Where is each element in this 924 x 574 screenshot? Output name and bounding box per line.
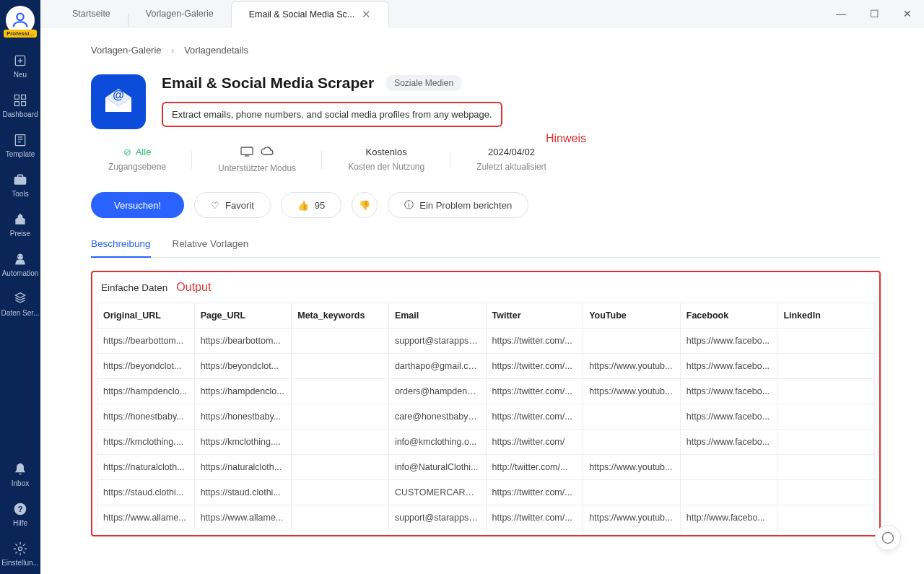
dislike-button[interactable]: 👎 [352, 192, 378, 218]
table-row[interactable]: https://beyondclot...https://beyondclot.… [97, 354, 875, 379]
table-cell [583, 430, 681, 455]
table-cell [292, 379, 389, 404]
table-cell: https://beyondclot... [194, 354, 292, 379]
window-minimize[interactable]: — [824, 0, 858, 27]
table-cell: https://staud.clothi... [194, 480, 292, 505]
table-cell: https://www.youtub... [583, 455, 681, 480]
sidebar-item-label: Inbox [12, 479, 29, 487]
table-row[interactable]: https://kmclothing....https://kmclothing… [97, 430, 875, 455]
sidebar-item-pricing[interactable]: Preise [0, 205, 40, 245]
table-cell [777, 505, 875, 531]
table-cell: https://twitter.com/... [486, 404, 583, 430]
category-chip[interactable]: Soziale Medien [385, 75, 462, 91]
table-cell: https://www.youtub... [583, 354, 681, 379]
table-row[interactable]: https://bearbottom...https://bearbottom.… [97, 329, 875, 354]
sidebar-item-dashboard[interactable]: Dashboard [0, 86, 40, 126]
table-cell [777, 455, 875, 480]
svg-rect-2 [15, 95, 19, 100]
app-logo[interactable]: Professi... [6, 6, 35, 35]
table-row[interactable]: https://honestbaby...https://honestbaby.… [97, 404, 875, 430]
table-cell: https://twitter.com/... [486, 480, 583, 505]
breadcrumb-gallery[interactable]: Vorlagen-Galerie [91, 45, 162, 56]
table-cell: https://beyondclot... [97, 354, 195, 379]
thumbsdown-icon: 👎 [359, 200, 370, 211]
table-header: Page_URL [194, 303, 292, 329]
svg-rect-5 [22, 102, 26, 106]
sidebar-item-automation[interactable]: Automation [0, 245, 40, 284]
tab-related[interactable]: Relative Vorlagen [173, 238, 249, 257]
table-cell: https://www.youtub... [583, 505, 681, 531]
table-cell: https://bearbottom... [194, 329, 292, 354]
table-cell [777, 404, 875, 430]
table-cell: https://kmclothing.... [97, 430, 195, 455]
table-cell: https://hampdenclo... [194, 379, 292, 404]
table-cell: https://twitter.com/... [486, 329, 583, 354]
svg-point-7 [17, 254, 23, 260]
table-header: Original_URL [97, 303, 195, 329]
table-cell: support@starapps.s... [388, 329, 486, 354]
table-cell: support@starapps.s... [388, 505, 486, 531]
svg-rect-14 [241, 147, 253, 155]
sidebar-item-tools[interactable]: Tools [0, 165, 40, 205]
table-cell [292, 354, 389, 379]
table-cell: care@honestbabycl... [388, 404, 486, 430]
tab-description[interactable]: Beschreibung [91, 238, 151, 258]
table-cell: https://naturalcloth... [194, 455, 292, 480]
table-cell: https://twitter.com/... [486, 505, 583, 531]
data-table: Original_URLPage_URLMeta_keywordsEmailTw… [97, 303, 875, 531]
sidebar-item-template[interactable]: Template [0, 126, 40, 165]
table-row[interactable]: https://staud.clothi...https://staud.clo… [97, 480, 875, 505]
table-row[interactable]: https://www.allame...https://www.allame.… [97, 505, 875, 531]
table-cell: https://www.allame... [97, 505, 195, 531]
svg-rect-6 [15, 135, 25, 146]
table-cell: orders@hampdencl... [388, 379, 486, 404]
table-row[interactable]: https://naturalcloth...https://naturalcl… [97, 455, 875, 480]
table-cell: https://naturalcloth... [97, 455, 195, 480]
template-icon: @ [91, 74, 146, 129]
table-cell: https://twitter.com/ [486, 430, 583, 455]
table-cell [777, 480, 875, 505]
meta-row: ⊘Alle Zugangsebene Unterstützter Modus K… [91, 147, 881, 173]
sidebar-item-label: Tools [12, 190, 28, 198]
output-label: Output [176, 281, 211, 294]
sidebar-item-new[interactable]: Neu [0, 46, 40, 86]
table-cell [777, 430, 875, 455]
svg-point-8 [18, 256, 19, 257]
sidebar-item-dataservice[interactable]: Daten Ser... [0, 284, 40, 324]
window-maximize[interactable]: ☐ [858, 0, 891, 27]
info-icon: ⓘ [404, 199, 414, 212]
breadcrumb: Vorlagen-Galerie › Vorlagendetails [91, 45, 881, 56]
svg-text:@: @ [113, 89, 124, 101]
cloud-icon [261, 147, 274, 159]
window-close[interactable]: ✕ [891, 0, 924, 27]
tab-home[interactable]: Startseite [55, 1, 128, 27]
tab-active[interactable]: Email & Social Media Sc... ✕ [231, 1, 390, 27]
svg-text:?: ? [17, 504, 22, 513]
sidebar: Professi... Neu Dashboard Template Tools… [0, 0, 40, 574]
table-cell: info@NaturalClothi... [388, 455, 486, 480]
sidebar-item-help[interactable]: ? Hilfe [0, 495, 40, 534]
heart-icon: ♡ [211, 200, 219, 211]
close-icon[interactable]: ✕ [362, 8, 371, 21]
output-box: Einfache Daten Output Original_URLPage_U… [91, 271, 881, 536]
table-cell [680, 455, 777, 480]
like-button[interactable]: 👍95 [281, 192, 341, 218]
table-header: YouTube [583, 303, 681, 329]
table-cell [292, 404, 389, 430]
desktop-icon [240, 147, 253, 159]
try-button[interactable]: Versuchen! [91, 192, 184, 218]
report-button[interactable]: ⓘEin Problem berichten [388, 192, 528, 218]
sidebar-item-settings[interactable]: Einstellun... [0, 534, 40, 574]
sidebar-item-inbox[interactable]: Inbox [0, 455, 40, 495]
plan-badge: Professi... [4, 30, 37, 38]
output-title: Einfache Daten [101, 282, 167, 293]
sidebar-item-label: Hilfe [13, 519, 27, 527]
table-cell [583, 404, 681, 430]
table-cell: https://www.facebo... [680, 354, 777, 379]
tab-gallery[interactable]: Vorlagen-Galerie [128, 1, 231, 27]
table-cell [777, 379, 875, 404]
favorite-button[interactable]: ♡Favorit [194, 192, 271, 218]
table-cell: info@kmclothing.o... [388, 430, 486, 455]
table-row[interactable]: https://hampdenclo...https://hampdenclo.… [97, 379, 875, 404]
help-float-button[interactable] [875, 525, 901, 551]
